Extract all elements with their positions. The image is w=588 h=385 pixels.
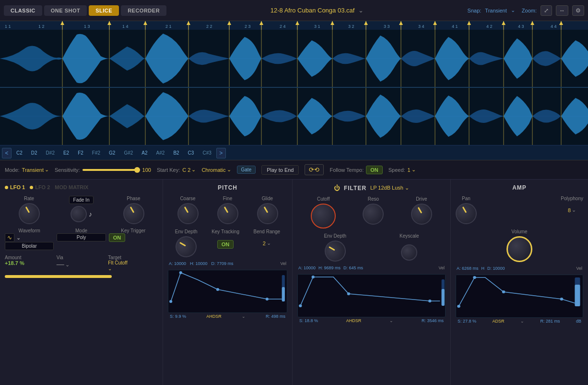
- settings-btn[interactable]: ⚙: [572, 5, 584, 16]
- fade-in-display[interactable]: Fade In: [69, 196, 94, 204]
- via-group: Via — ⌄: [57, 255, 106, 271]
- key-ds2[interactable]: D#2: [42, 149, 59, 156]
- zoom-full-btn[interactable]: ↔: [556, 5, 568, 16]
- follow-tempo-btn[interactable]: ON: [366, 166, 383, 174]
- filter-bottom-knobs: Env Depth Keyscale: [297, 233, 446, 262]
- pitch-env-depth-knob[interactable]: [172, 232, 200, 261]
- svg-point-84: [502, 290, 506, 293]
- rate-knob[interactable]: [19, 203, 40, 224]
- cutoff-knob[interactable]: [311, 204, 336, 229]
- fade-in-knob[interactable]: [71, 206, 87, 222]
- svg-text:4 1: 4 1: [452, 24, 458, 29]
- snap-dropdown[interactable]: Transient: [485, 8, 506, 13]
- key-as2[interactable]: A#2: [153, 149, 169, 156]
- mod-matrix-tab[interactable]: MOD MATRIX: [55, 184, 88, 190]
- coarse-knob[interactable]: [177, 203, 199, 224]
- loop-btn[interactable]: ⟳⟲: [305, 164, 324, 175]
- target-value[interactable]: Flt Cutoff: [108, 260, 158, 265]
- start-key-dropdown[interactable]: C 2 ⌄: [182, 167, 196, 173]
- key-fs2[interactable]: F#2: [88, 149, 104, 156]
- lfo2-tab[interactable]: LFO 2: [30, 184, 50, 190]
- phase-knob-group: Phase: [109, 196, 158, 224]
- key-g2[interactable]: G2: [105, 149, 119, 156]
- gate-btn[interactable]: Gate: [237, 166, 256, 174]
- keyscale-knob[interactable]: [401, 244, 417, 261]
- pan-knob-group: Pan: [456, 196, 477, 224]
- filter-envelope[interactable]: [297, 274, 446, 317]
- lfo1-tab[interactable]: LFO 1: [5, 184, 25, 190]
- mode-dropdown[interactable]: Transient ⌄: [22, 167, 49, 173]
- mode-btn-oneshot[interactable]: ONE SHOT: [44, 5, 87, 16]
- pitch-bottom-knobs: Env Depth Key Tracking ON Bend Range 2 ⌄: [168, 229, 287, 257]
- filter-power-btn[interactable]: ⏻: [334, 184, 340, 192]
- zoom-fit-btn[interactable]: ⤢: [541, 5, 552, 16]
- rate-knob-group: Rate: [5, 196, 53, 224]
- coarse-knob-group: Coarse: [177, 196, 199, 224]
- filter-env-depth-knob[interactable]: [321, 237, 350, 265]
- controls-bar: Mode: Transient ⌄ Sensitivity: 100 Start…: [0, 160, 588, 180]
- svg-point-85: [560, 298, 564, 301]
- key-gs2[interactable]: G#2: [120, 149, 137, 156]
- svg-point-82: [457, 305, 460, 308]
- top-bar: CLASSIC ONE SHOT SLICE RECORDER 12-8 Afr…: [0, 0, 588, 21]
- key-c2[interactable]: C2: [12, 149, 26, 156]
- polyphony-stepper[interactable]: ⌄: [572, 207, 576, 213]
- svg-text:4 3: 4 3: [518, 24, 524, 29]
- filter-type-dropdown[interactable]: LP 12dB Lush ⌄: [370, 185, 409, 191]
- chromatic-dropdown[interactable]: Chromatic ⌄: [201, 167, 231, 173]
- reso-knob[interactable]: [363, 204, 384, 225]
- drive-knob[interactable]: [411, 204, 432, 225]
- lfo-amount-slider[interactable]: [5, 275, 112, 278]
- pitch-ahdsr-btn[interactable]: AHDSR: [206, 314, 222, 319]
- svg-rect-74: [298, 275, 445, 308]
- mode-control-group: Mode Poly: [57, 228, 106, 250]
- key-b2[interactable]: B2: [169, 149, 183, 156]
- speed-dropdown[interactable]: 1 ⌄: [408, 167, 416, 173]
- glide-knob[interactable]: [257, 203, 278, 224]
- pitch-envelope[interactable]: [168, 270, 287, 313]
- pan-knob[interactable]: [456, 203, 477, 224]
- filter-env-labels: A: 10000 H: 9689 ms D: 645 ms Vel: [297, 265, 446, 271]
- svg-text:2 1: 2 1: [165, 24, 172, 29]
- svg-point-77: [347, 292, 350, 295]
- filter-env-depth-group: Env Depth: [324, 233, 346, 262]
- filename-display[interactable]: 12-8 Afro Cuban Conga 03.caf ⌄: [270, 7, 364, 14]
- svg-text:3 4: 3 4: [418, 24, 424, 29]
- mode-select[interactable]: Poly: [57, 233, 106, 241]
- filter-title: FILTER: [344, 185, 366, 192]
- svg-text:1 4: 1 4: [122, 24, 129, 29]
- key-d2[interactable]: D2: [27, 149, 41, 156]
- amp-adsr-btn[interactable]: ADSR: [493, 319, 505, 324]
- drive-knob-group: Drive: [411, 196, 432, 229]
- play-to-end-btn[interactable]: Play to End: [261, 165, 299, 175]
- fine-knob[interactable]: [217, 203, 238, 224]
- key-e2[interactable]: E2: [59, 149, 73, 156]
- main-container: CLASSIC ONE SHOT SLICE RECORDER 12-8 Afr…: [0, 0, 588, 385]
- volume-knob[interactable]: [506, 236, 532, 262]
- sensitivity-slider[interactable]: [82, 169, 140, 171]
- key-f2[interactable]: F2: [74, 149, 87, 156]
- note-icon[interactable]: ♪: [89, 210, 92, 218]
- mode-btn-slice[interactable]: SLICE: [89, 5, 119, 16]
- bend-range-stepper[interactable]: ⌄: [267, 240, 271, 246]
- target-group: Target Flt Cutoff ⌄: [108, 255, 158, 271]
- mode-btn-recorder[interactable]: RECORDER: [121, 5, 166, 16]
- key-trigger-btn[interactable]: ON: [109, 233, 126, 242]
- waveform-display[interactable]: [0, 30, 588, 145]
- key-c3[interactable]: C3: [184, 149, 198, 156]
- phase-knob[interactable]: [123, 203, 144, 224]
- svg-text:1 3: 1 3: [84, 24, 90, 29]
- filter-ahdsr-btn[interactable]: AHDSR: [346, 318, 362, 323]
- mode-control: Mode: Transient ⌄: [5, 167, 49, 173]
- key-tracking-btn[interactable]: ON: [217, 240, 234, 249]
- amp-envelope[interactable]: [456, 275, 583, 318]
- waveform-area: 1 1 1 2 1 3 1 4 2 1 2 2 2 3 2 4 3 1 3 2 …: [0, 21, 588, 160]
- bipolar-select[interactable]: Bipolar: [5, 242, 54, 250]
- key-a2[interactable]: A2: [138, 149, 151, 156]
- nav-right-btn[interactable]: >: [216, 148, 226, 158]
- nav-left-btn[interactable]: <: [2, 148, 12, 158]
- wave-icon[interactable]: ∿: [5, 233, 14, 242]
- key-cs3[interactable]: C#3: [199, 149, 215, 156]
- mode-btn-classic[interactable]: CLASSIC: [4, 5, 42, 16]
- cutoff-knob-group: Cutoff: [311, 196, 336, 229]
